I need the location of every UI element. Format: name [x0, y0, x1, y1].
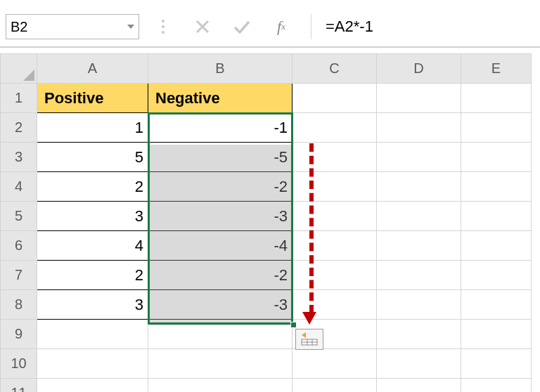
- svg-point-1: [162, 25, 165, 28]
- cell-C4[interactable]: [292, 172, 377, 202]
- cell-value: -1: [274, 119, 288, 136]
- cancel-icon[interactable]: [193, 17, 212, 37]
- cell-B6[interactable]: -4: [148, 231, 292, 261]
- row-header-1[interactable]: 1: [1, 84, 37, 113]
- row-header-6[interactable]: 6: [1, 231, 37, 261]
- row-header-10[interactable]: 10: [1, 349, 37, 379]
- autofill-options-button[interactable]: [295, 329, 323, 350]
- cell-A5[interactable]: 3: [37, 202, 148, 231]
- cell-C5[interactable]: [292, 202, 377, 231]
- row-header-label: 4: [15, 178, 22, 194]
- cell-B4[interactable]: -2: [148, 172, 292, 202]
- cell-B1[interactable]: Negative: [148, 84, 292, 113]
- cell-value: -2: [274, 266, 288, 284]
- cell-B2[interactable]: -1: [148, 113, 292, 143]
- cell-A2[interactable]: 1: [37, 113, 148, 143]
- cell-value: 4: [135, 237, 143, 254]
- cell-D2[interactable]: [377, 113, 461, 143]
- cell-C3[interactable]: [292, 143, 377, 172]
- enter-icon[interactable]: [232, 17, 252, 37]
- cell-E3[interactable]: [461, 143, 532, 172]
- cell-value: 2: [135, 266, 143, 284]
- select-all-corner[interactable]: [1, 54, 37, 84]
- cell-D7[interactable]: [377, 261, 461, 290]
- select-all-icon: [23, 70, 34, 81]
- cell-B3[interactable]: -5: [148, 143, 292, 172]
- cell-E6[interactable]: [461, 231, 532, 261]
- col-header-label: C: [329, 60, 339, 76]
- cell-E4[interactable]: [461, 172, 532, 202]
- cell-A6[interactable]: 4: [37, 231, 148, 261]
- fill-handle[interactable]: [290, 322, 297, 328]
- col-header-label: E: [491, 60, 501, 76]
- cell-A1[interactable]: Positive: [37, 84, 148, 113]
- cell-A7[interactable]: 2: [37, 261, 148, 290]
- cell-D4[interactable]: [377, 172, 461, 202]
- row-header-8[interactable]: 8: [1, 290, 37, 320]
- row-header-9[interactable]: 9: [1, 320, 37, 349]
- cell-E9[interactable]: [461, 320, 532, 349]
- more-icon[interactable]: [153, 17, 173, 37]
- cell-A4[interactable]: 2: [37, 172, 148, 202]
- row-header-5[interactable]: 5: [1, 202, 37, 231]
- cell-A9[interactable]: [37, 320, 148, 349]
- insert-function-icon[interactable]: fx: [271, 17, 291, 37]
- cell-C2[interactable]: [292, 113, 377, 143]
- cell-B10[interactable]: [148, 349, 292, 379]
- row-header-4[interactable]: 4: [1, 172, 37, 202]
- cell-E5[interactable]: [461, 202, 532, 231]
- cell-value: 3: [135, 296, 143, 313]
- cell-value: 1: [135, 119, 143, 136]
- row-header-2[interactable]: 2: [1, 113, 37, 143]
- cell-C7[interactable]: [292, 261, 377, 290]
- row-header-label: 5: [15, 208, 22, 223]
- cell-E7[interactable]: [461, 261, 532, 290]
- cell-E11[interactable]: [461, 379, 532, 393]
- cell-value: 3: [135, 207, 143, 225]
- cell-C11[interactable]: [292, 379, 377, 393]
- formula-input[interactable]: =A2*-1: [311, 14, 534, 39]
- row-header-11[interactable]: 11: [1, 379, 37, 393]
- cell-C6[interactable]: [292, 231, 377, 261]
- cell-D9[interactable]: [377, 320, 461, 349]
- divider: [0, 46, 540, 48]
- cell-value: -2: [274, 178, 288, 195]
- cell-value: 2: [135, 178, 143, 195]
- sheet-table[interactable]: A B C D E 1 Positive Negative 2 1 -1 3 5…: [0, 53, 532, 392]
- row-header-3[interactable]: 3: [1, 143, 37, 172]
- cell-D5[interactable]: [377, 202, 461, 231]
- cell-D11[interactable]: [377, 379, 461, 393]
- col-header-E[interactable]: E: [461, 54, 532, 84]
- cell-B11[interactable]: [148, 379, 292, 393]
- col-header-D[interactable]: D: [377, 54, 461, 84]
- col-header-A[interactable]: A: [37, 54, 148, 84]
- name-box[interactable]: B2: [6, 14, 139, 39]
- cell-B5[interactable]: -3: [148, 202, 292, 231]
- cell-D1[interactable]: [377, 84, 461, 113]
- name-box-value: B2: [11, 19, 27, 35]
- cell-D10[interactable]: [377, 349, 461, 379]
- cell-D8[interactable]: [377, 290, 461, 320]
- cell-E1[interactable]: [461, 84, 532, 113]
- col-header-C[interactable]: C: [292, 54, 377, 84]
- cell-A3[interactable]: 5: [37, 143, 148, 172]
- cell-E2[interactable]: [461, 113, 532, 143]
- cell-B8[interactable]: -3: [148, 290, 292, 320]
- cell-value: -3: [274, 296, 288, 313]
- cell-value: -3: [274, 207, 288, 225]
- row-header-7[interactable]: 7: [1, 261, 37, 290]
- cell-D6[interactable]: [377, 231, 461, 261]
- cell-A8[interactable]: 3: [37, 290, 148, 320]
- cell-A11[interactable]: [37, 379, 148, 393]
- row-header-label: 3: [15, 149, 22, 164]
- cell-C10[interactable]: [292, 349, 377, 379]
- cell-A10[interactable]: [37, 349, 148, 379]
- col-header-B[interactable]: B: [148, 54, 292, 84]
- cell-E8[interactable]: [461, 290, 532, 320]
- cell-C1[interactable]: [292, 84, 377, 113]
- cell-D3[interactable]: [377, 143, 461, 172]
- cell-B9[interactable]: [148, 320, 292, 349]
- chevron-down-icon[interactable]: [127, 25, 134, 29]
- cell-E10[interactable]: [461, 349, 532, 379]
- cell-B7[interactable]: -2: [148, 261, 292, 290]
